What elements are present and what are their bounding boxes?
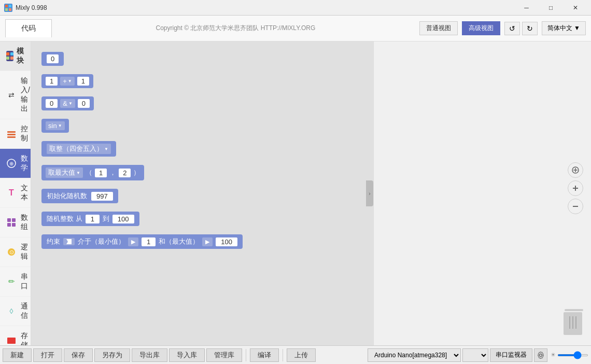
svg-text:⊙: ⊙ (9, 249, 14, 255)
brightness-slider[interactable] (557, 354, 588, 356)
block-minmax-dropdown[interactable]: 取最大值 ▼ (46, 167, 83, 178)
serial-monitor-button[interactable]: 串口监视器 (490, 348, 532, 362)
block-math-right: 1 (77, 77, 89, 86)
open-button[interactable]: 打开 (33, 348, 62, 362)
block-round-row: 取整（四舍五入） ▼ (41, 141, 363, 157)
block-round-dropdown[interactable]: 取整（四舍五入） ▼ (47, 144, 111, 154)
block-constrain-row: 约束 介于（最小值） ▶ 1 和（最大值） ▶ 100 (41, 234, 363, 249)
brightness-icon: ☀ (551, 352, 556, 358)
block-seed-label: 初始化随机数 (47, 191, 87, 201)
block-minmax-p2: 2 (119, 169, 131, 177)
toggle-icon: › (369, 191, 370, 197)
sidebar-item-control[interactable]: 控制 (0, 119, 31, 149)
compile-button[interactable]: 编译 (250, 348, 279, 362)
block-minmax-label: 取最大值 (48, 168, 75, 177)
sidebar-item-logic[interactable]: ⊙ 逻辑 (0, 237, 31, 267)
io-icon: ⇄ (6, 90, 17, 100)
upload-button[interactable]: 上传 (287, 348, 316, 362)
round-dropdown-arrow: ▼ (104, 147, 108, 151)
block-logic[interactable]: 0 & ▼ 0 (41, 96, 94, 110)
import-lib-button[interactable]: 导入库 (169, 348, 205, 362)
block-logic-op-dropdown[interactable]: & ▼ (60, 99, 75, 108)
svg-rect-16 (12, 223, 16, 227)
block-round[interactable]: 取整（四舍五入） ▼ (41, 141, 116, 157)
trash-area[interactable] (564, 309, 583, 335)
svg-rect-9 (7, 134, 16, 135)
sidebar-header: 模块 (0, 41, 31, 71)
sidebar: 模块 ⇄ 输入/输出 控制 ⊕ 数学 T 文本 数组 (0, 41, 31, 345)
svg-rect-8 (7, 131, 16, 133)
text-icon: T (6, 188, 17, 198)
sidebar-item-comm[interactable]: ◊ 通信 (0, 297, 31, 326)
svg-rect-19 (7, 338, 16, 344)
block-zero[interactable]: 0 (41, 52, 64, 66)
logic-dropdown-arrow: ▼ (68, 101, 73, 106)
block-minmax[interactable]: 取最大值 ▼ （ 1 ， 2 ） (41, 165, 144, 180)
device-select-area: Arduino Nano[atmega328] 串口监视器 ☀ (368, 348, 588, 362)
save-as-button[interactable]: 另存为 (94, 348, 130, 362)
sidebar-label-math: 数学 (21, 154, 28, 173)
block-minmax-p1: 1 (95, 169, 107, 177)
close-button[interactable]: ✕ (564, 3, 587, 13)
array-icon (6, 217, 17, 228)
save-button[interactable]: 保存 (64, 348, 93, 362)
block-logic-op: & (63, 100, 67, 107)
block-constrain[interactable]: 约束 介于（最小值） ▶ 1 和（最大值） ▶ 100 (41, 234, 243, 249)
sidebar-label-io: 输入/输出 (21, 76, 30, 114)
svg-rect-0 (5, 5, 8, 7)
block-sin-fn: sin (48, 122, 57, 130)
gear-button[interactable] (534, 348, 547, 362)
main-layout: 模块 ⇄ 输入/输出 控制 ⊕ 数学 T 文本 数组 (0, 41, 591, 345)
block-rand-to: 100 (112, 215, 134, 223)
minimize-button[interactable]: ─ (515, 3, 538, 13)
block-rand[interactable]: 随机整数 从 1 到 100 (41, 212, 139, 226)
block-sin[interactable]: sin ▼ (41, 119, 69, 133)
block-seed[interactable]: 初始化随机数 997 (41, 189, 118, 203)
sidebar-item-storage[interactable]: 存储 (0, 326, 31, 345)
block-math-op: + (63, 77, 67, 85)
block-math[interactable]: 1 + ▼ 1 (41, 74, 93, 88)
block-math-op-dropdown[interactable]: + ▼ (60, 77, 75, 86)
sidebar-item-serial[interactable]: ✏ 串口 (0, 267, 31, 297)
block-rand-from: 1 (86, 215, 100, 223)
redo-button[interactable]: ↻ (522, 22, 538, 35)
app-title: Mixly 0.998 (16, 4, 47, 11)
device-dropdown[interactable]: Arduino Nano[atmega328] (368, 348, 461, 362)
canvas-toggle[interactable]: › (366, 180, 373, 206)
advanced-view-button[interactable]: 高级视图 (462, 21, 500, 35)
svg-rect-5 (10, 52, 13, 55)
normal-view-button[interactable]: 普通视图 (419, 21, 458, 35)
maximize-button[interactable]: □ (539, 3, 562, 13)
zoom-out-button[interactable] (568, 199, 583, 214)
port-dropdown[interactable] (462, 348, 488, 362)
code-tab[interactable]: 代码 (5, 19, 52, 37)
block-constrain-notch2: ▶ (128, 237, 138, 246)
block-sin-dropdown[interactable]: sin ▼ (46, 121, 65, 130)
export-lib-button[interactable]: 导出库 (132, 348, 167, 362)
block-minmax-open: （ (86, 168, 92, 177)
blocks-canvas[interactable]: › 0 1 + ▼ 1 (31, 41, 373, 345)
zoom-in-button[interactable] (568, 180, 583, 196)
block-seed-value: 997 (91, 192, 113, 201)
block-minmax-close: ） (133, 168, 140, 177)
svg-point-34 (540, 354, 542, 356)
block-seed-row: 初始化随机数 997 (41, 189, 363, 203)
block-rand-to-text: 到 (103, 214, 109, 223)
undo-button[interactable]: ↺ (504, 22, 520, 35)
trash-lid (565, 309, 583, 311)
header-bar: 代码 Copyright © 北京师范大学米思齐团队 HTTP://MIXLY.… (0, 16, 591, 41)
new-button[interactable]: 新建 (3, 348, 32, 362)
sidebar-item-io[interactable]: ⇄ 输入/输出 (0, 71, 31, 119)
block-math-left: 1 (46, 77, 58, 86)
sidebar-label-array: 数组 (21, 213, 28, 232)
sidebar-label-serial: 串口 (21, 272, 28, 291)
language-button[interactable]: 简体中文 ▼ (542, 21, 586, 35)
sidebar-item-array[interactable]: 数组 (0, 208, 31, 237)
dropdown-arrow: ▼ (68, 79, 72, 83)
manager-button[interactable]: 管理库 (206, 348, 242, 362)
sidebar-item-math[interactable]: ⊕ 数学 (0, 149, 31, 178)
block-sin-row: sin ▼ (41, 119, 363, 133)
block-logic-row: 0 & ▼ 0 (41, 96, 363, 110)
zoom-reset-button[interactable] (568, 162, 583, 178)
sidebar-item-text[interactable]: T 文本 (0, 178, 31, 208)
